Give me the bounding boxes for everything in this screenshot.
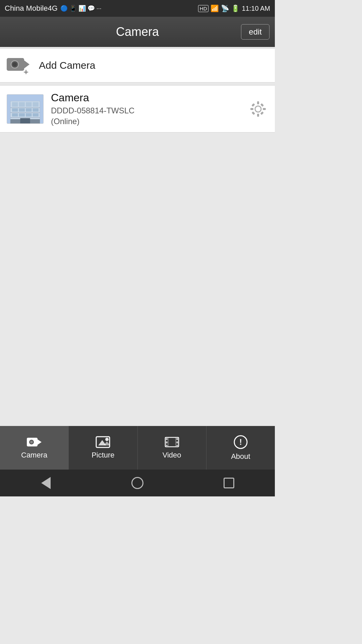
- svg-point-40: [105, 438, 109, 441]
- svg-rect-32: [260, 111, 264, 115]
- svg-rect-17: [33, 108, 39, 112]
- recents-button[interactable]: [219, 473, 239, 493]
- recents-icon: [224, 478, 234, 488]
- svg-rect-13: [33, 102, 39, 107]
- camera-list-item[interactable]: Camera DDDD-058814-TWSLC (Online): [0, 85, 275, 132]
- camera-tab-icon: [27, 436, 42, 448]
- svg-rect-16: [26, 108, 32, 112]
- svg-point-36: [30, 441, 33, 443]
- battery-icon: 🔋: [231, 4, 240, 12]
- tab-camera-label: Camera: [21, 451, 47, 460]
- svg-text:!: !: [239, 437, 242, 446]
- svg-rect-19: [19, 113, 25, 116]
- svg-rect-29: [251, 103, 255, 107]
- svg-rect-43: [166, 441, 168, 443]
- home-button[interactable]: [127, 473, 147, 493]
- svg-rect-21: [33, 113, 39, 116]
- svg-rect-42: [166, 438, 168, 440]
- back-icon: [41, 477, 51, 489]
- svg-rect-12: [26, 102, 32, 107]
- svg-rect-46: [176, 441, 178, 443]
- svg-rect-47: [176, 445, 178, 446]
- add-camera-button[interactable]: + Add Camera: [0, 48, 275, 83]
- about-tab-icon: !: [233, 435, 248, 449]
- camera-name: Camera: [51, 92, 248, 104]
- home-icon: [131, 477, 143, 489]
- tab-about[interactable]: ! About: [206, 426, 275, 470]
- edit-button[interactable]: edit: [241, 24, 269, 40]
- tab-video[interactable]: Video: [138, 426, 206, 470]
- svg-rect-26: [257, 114, 259, 117]
- time-label: 11:10 AM: [242, 5, 270, 12]
- back-button[interactable]: [36, 473, 56, 493]
- camera-thumbnail: [7, 94, 44, 124]
- svg-rect-27: [250, 108, 253, 110]
- wifi-icon: 📶: [210, 4, 219, 12]
- main-content: + Add Camera: [0, 48, 275, 132]
- svg-rect-31: [252, 111, 255, 115]
- carrier-label: China Mobile4G: [5, 4, 58, 13]
- signal-icon: 📡: [221, 4, 229, 12]
- camera-status: (Online): [51, 117, 248, 126]
- svg-rect-28: [263, 108, 266, 110]
- svg-rect-15: [19, 108, 25, 112]
- status-bar: China Mobile4G 🔵 📱 📊 💬 ··· HD 📶 📡 🔋 11:1…: [0, 0, 275, 17]
- hd-badge: HD: [198, 5, 209, 12]
- camera-settings-button[interactable]: [248, 99, 268, 119]
- svg-rect-25: [257, 101, 259, 104]
- nav-bar: [0, 470, 275, 496]
- tab-bar: Camera Picture Video: [0, 426, 275, 470]
- status-left: China Mobile4G 🔵 📱 📊 💬 ···: [5, 4, 102, 13]
- tab-picture[interactable]: Picture: [69, 426, 137, 470]
- camera-info: Camera DDDD-058814-TWSLC (Online): [51, 92, 248, 126]
- svg-marker-34: [38, 439, 42, 445]
- svg-text:+: +: [23, 67, 28, 75]
- page-title: Camera: [116, 25, 159, 39]
- app-icons: 🔵 📱 📊 💬 ···: [60, 5, 102, 12]
- svg-rect-23: [20, 118, 30, 123]
- svg-rect-10: [12, 102, 18, 107]
- add-camera-icon: +: [7, 56, 31, 75]
- gear-icon: [250, 101, 266, 117]
- svg-rect-44: [166, 445, 168, 446]
- svg-rect-14: [12, 108, 18, 112]
- tab-about-label: About: [231, 452, 250, 461]
- status-right: HD 📶 📡 🔋 11:10 AM: [198, 4, 270, 12]
- svg-rect-30: [260, 103, 264, 107]
- header: Camera edit: [0, 17, 275, 47]
- add-camera-label: Add Camera: [39, 60, 95, 71]
- tab-picture-label: Picture: [92, 451, 114, 460]
- tab-video-label: Video: [163, 451, 181, 460]
- picture-tab-icon: [96, 436, 110, 448]
- svg-rect-11: [19, 102, 25, 107]
- camera-id: DDDD-058814-TWSLC: [51, 106, 248, 115]
- svg-rect-45: [176, 438, 178, 440]
- tab-camera[interactable]: Camera: [0, 426, 69, 470]
- video-tab-icon: [165, 436, 179, 448]
- svg-rect-20: [26, 113, 32, 116]
- svg-point-24: [255, 106, 261, 112]
- svg-point-2: [13, 62, 17, 66]
- svg-rect-18: [12, 113, 18, 116]
